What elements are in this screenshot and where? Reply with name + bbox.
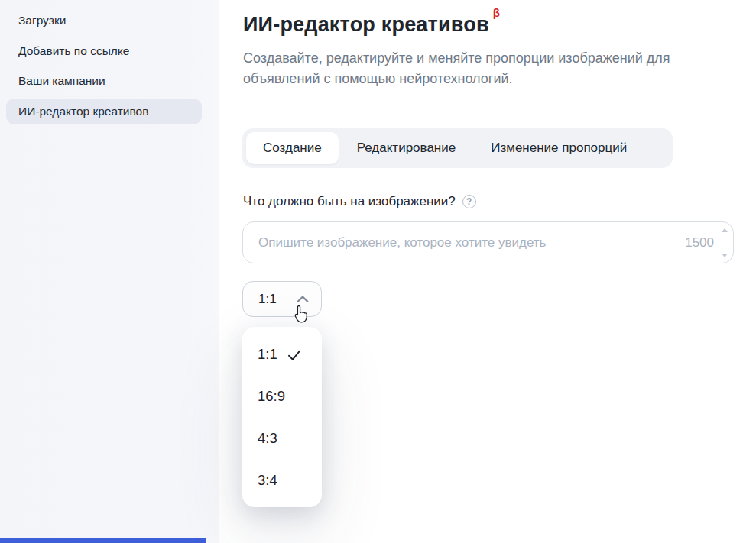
stepper-control: [722, 228, 733, 257]
prompt-field: 1500: [242, 221, 734, 263]
help-icon[interactable]: ?: [462, 195, 476, 208]
option-label: 1:1: [258, 346, 277, 363]
tab-bar: Создание Редактирование Изменение пропор…: [242, 128, 673, 168]
option-label: 16:9: [258, 388, 285, 405]
sidebar-item-label: Ваши кампании: [18, 74, 105, 88]
sidebar-item-label: ИИ-редактор креативов: [18, 105, 148, 118]
prompt-input[interactable]: [243, 235, 685, 250]
sidebar-item-downloads[interactable]: Загрузки: [6, 8, 202, 34]
page-title: ИИ-редактор креативовβ: [243, 13, 496, 37]
chevron-up-icon: [297, 296, 309, 302]
page-title-text: ИИ-редактор креативов: [243, 13, 489, 36]
page-subtitle: Создавайте, редактируйте и меняйте пропо…: [243, 48, 721, 89]
menu-option-16-9[interactable]: 16:9: [242, 375, 322, 417]
char-counter: 1500: [685, 235, 722, 250]
beta-badge: β: [493, 6, 500, 19]
tab-label: Редактирование: [357, 141, 456, 156]
option-label: 3:4: [258, 472, 277, 489]
app-window: Загрузки Добавить по ссылке Ваши кампани…: [0, 0, 756, 543]
tab-label: Создание: [263, 141, 322, 156]
sidebar-item-campaigns[interactable]: Ваши кампании: [6, 68, 202, 94]
prompt-label-row: Что должно быть на изображении? ?: [243, 194, 476, 209]
check-icon: [287, 348, 302, 362]
tab-change-proportions[interactable]: Изменение пропорций: [474, 132, 644, 164]
sidebar-item-add-by-link[interactable]: Добавить по ссылке: [6, 38, 202, 64]
menu-option-1-1[interactable]: 1:1: [242, 333, 322, 375]
tab-create[interactable]: Создание: [246, 132, 339, 164]
tab-edit[interactable]: Редактирование: [340, 132, 473, 164]
sidebar: Загрузки Добавить по ссылке Ваши кампани…: [0, 0, 219, 543]
sidebar-item-label: Загрузки: [18, 14, 66, 27]
aspect-ratio-menu: 1:1 16:9 4:3 3:4: [242, 327, 322, 507]
option-label: 4:3: [258, 430, 277, 447]
tab-label: Изменение пропорций: [491, 141, 627, 156]
bottom-accent-bar: [0, 538, 206, 543]
stepper-down-icon[interactable]: [722, 254, 728, 257]
sidebar-item-ai-editor[interactable]: ИИ-редактор креативов: [6, 99, 202, 124]
aspect-ratio-select[interactable]: 1:1: [242, 281, 322, 317]
menu-option-4-3[interactable]: 4:3: [242, 417, 322, 459]
sidebar-item-label: Добавить по ссылке: [18, 44, 129, 58]
stepper-up-icon[interactable]: [722, 228, 728, 232]
prompt-label: Что должно быть на изображении?: [243, 194, 456, 209]
aspect-ratio-value: 1:1: [258, 292, 277, 307]
menu-option-3-4[interactable]: 3:4: [242, 459, 322, 501]
main-content: ИИ-редактор креативовβ Создавайте, редак…: [219, 0, 756, 543]
